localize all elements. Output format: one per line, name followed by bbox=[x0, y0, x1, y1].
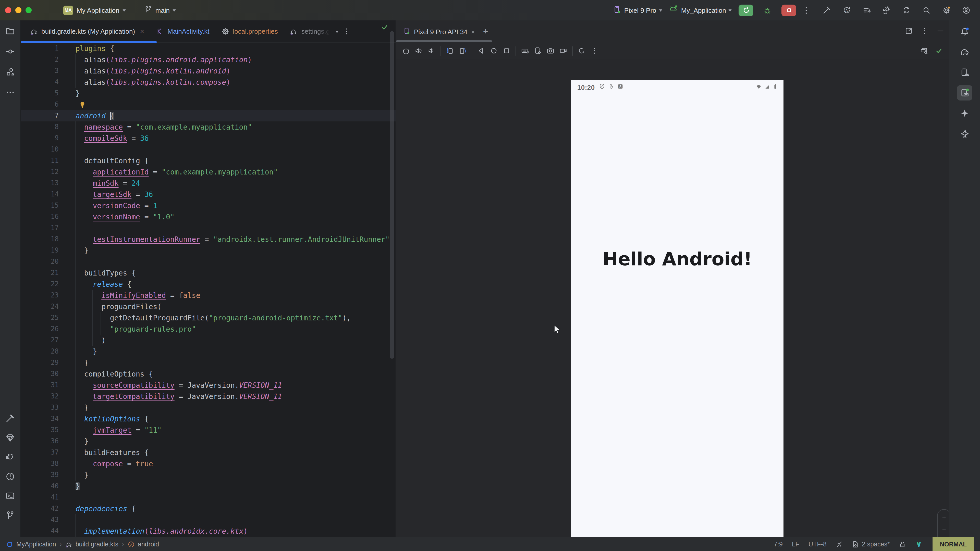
power-icon[interactable] bbox=[400, 44, 412, 57]
search-everywhere-icon[interactable] bbox=[916, 3, 936, 18]
no-problems-icon[interactable] bbox=[932, 44, 945, 57]
app-quality-insights-icon[interactable] bbox=[3, 430, 18, 445]
editor-tab-2[interactable]: MainActivity.kt bbox=[150, 21, 215, 42]
code-line-3[interactable]: 3 alias(libs.plugins.kotlin.android) bbox=[21, 65, 396, 76]
structure-tool-icon[interactable] bbox=[3, 64, 18, 79]
code-line-31[interactable]: 31 sourceCompatibility = JavaVersion.VER… bbox=[21, 380, 396, 391]
intention-bulb-icon[interactable] bbox=[79, 100, 86, 108]
code-line-43[interactable]: 43 bbox=[21, 514, 396, 526]
notifications-icon[interactable] bbox=[957, 24, 972, 39]
device-tab[interactable]: Pixel 9 Pro API 34 × bbox=[396, 21, 480, 43]
stop-button[interactable] bbox=[781, 4, 796, 16]
code-line-37[interactable]: 37 buildFeatures { bbox=[21, 447, 396, 458]
build-hammer-icon[interactable] bbox=[817, 3, 837, 18]
run-button[interactable] bbox=[738, 4, 753, 16]
run-tasks-icon[interactable] bbox=[856, 3, 877, 18]
breadcrumb-module[interactable]: MyApplication bbox=[6, 540, 56, 548]
editor-tab-4[interactable]: settings.g bbox=[284, 21, 336, 42]
code-line-36[interactable]: 36 } bbox=[21, 436, 396, 447]
breadcrumb-block[interactable]: λandroid bbox=[127, 540, 159, 548]
run-configuration[interactable]: My_Application ▾ bbox=[669, 5, 732, 16]
code-line-34[interactable]: 34 kotlinOptions { bbox=[21, 413, 396, 424]
code-line-7[interactable]: 7android { bbox=[21, 110, 396, 121]
code-line-18[interactable]: 18 testInstrumentationRunner = "androidx… bbox=[21, 233, 396, 245]
more-run-options[interactable] bbox=[800, 3, 811, 18]
settings-icon[interactable] bbox=[936, 3, 956, 18]
file-writable-icon[interactable] bbox=[899, 540, 906, 548]
code-line-9[interactable]: 9 compileSdk = 36 bbox=[21, 133, 396, 144]
panel-options-icon[interactable] bbox=[921, 27, 928, 37]
project-tool-icon[interactable] bbox=[3, 24, 18, 39]
reset-icon[interactable] bbox=[575, 44, 588, 57]
editor-tab-1[interactable]: build.gradle.kts (My Application)× bbox=[24, 21, 150, 42]
code-line-39[interactable]: 39 } bbox=[21, 469, 396, 481]
code-line-38[interactable]: 38 compose = true bbox=[21, 458, 396, 469]
branch-widget[interactable]: main ▾ bbox=[145, 5, 175, 15]
gradle-tool-icon[interactable] bbox=[957, 44, 972, 60]
version-control-icon[interactable] bbox=[3, 508, 18, 523]
close-icon[interactable]: × bbox=[140, 27, 144, 35]
screenshot-icon[interactable] bbox=[544, 44, 557, 57]
device-settings-icon[interactable] bbox=[531, 44, 544, 57]
editor-tab-3[interactable]: local.properties bbox=[215, 21, 284, 42]
apply-changes-icon[interactable]: A bbox=[837, 3, 856, 18]
code-line-16[interactable]: 16 versionName = "1.0" bbox=[21, 211, 396, 222]
maximize-window-button[interactable] bbox=[25, 7, 32, 13]
editor-scrollbar[interactable] bbox=[390, 31, 394, 359]
attach-debugger-icon[interactable] bbox=[877, 3, 896, 18]
hide-panel-icon[interactable] bbox=[937, 27, 944, 37]
tab-scrollbar[interactable] bbox=[396, 40, 492, 42]
rotate-right-icon[interactable] bbox=[456, 44, 469, 57]
code-line-25[interactable]: 25 getDefaultProguardFile("proguard-andr… bbox=[21, 312, 396, 324]
device-selector[interactable]: Pixel 9 Pro ▾ bbox=[612, 5, 662, 16]
open-in-window-icon[interactable] bbox=[905, 27, 913, 37]
line-separator[interactable]: LF bbox=[792, 540, 799, 548]
code-line-20[interactable]: 20 bbox=[21, 256, 396, 267]
problems-icon[interactable] bbox=[3, 469, 18, 484]
nav-home-icon[interactable] bbox=[487, 44, 500, 57]
code-line-29[interactable]: 29 } bbox=[21, 357, 396, 368]
code-line-15[interactable]: 15 versionCode = 1 bbox=[21, 200, 396, 211]
code-line-41[interactable]: 41 bbox=[21, 492, 396, 503]
zoom-in-button[interactable]: + bbox=[942, 514, 946, 521]
minimize-window-button[interactable] bbox=[15, 7, 21, 13]
code-line-1[interactable]: 1plugins { bbox=[21, 43, 396, 54]
code-line-23[interactable]: 23 isMinifyEnabled = false bbox=[21, 290, 396, 301]
inspections-ok-icon[interactable] bbox=[381, 24, 388, 33]
running-devices-icon[interactable] bbox=[957, 85, 972, 100]
close-window-button[interactable] bbox=[5, 7, 11, 13]
build-tool-icon[interactable] bbox=[3, 411, 18, 426]
more-tool-windows-icon[interactable] bbox=[3, 85, 18, 100]
code-line-28[interactable]: 28 } bbox=[21, 346, 396, 357]
sync-project-icon[interactable] bbox=[896, 3, 916, 18]
gemini-icon[interactable] bbox=[957, 106, 972, 121]
toolbar-more-icon[interactable] bbox=[588, 44, 601, 57]
code-line-17[interactable]: 17 bbox=[21, 222, 396, 233]
code-line-30[interactable]: 30 compileOptions { bbox=[21, 368, 396, 380]
nav-overview-icon[interactable] bbox=[500, 44, 513, 57]
code-line-32[interactable]: 32 targetCompatibility = JavaVersion.VER… bbox=[21, 391, 396, 402]
keyboard-icon[interactable] bbox=[519, 44, 531, 57]
profile-icon[interactable] bbox=[956, 3, 976, 18]
zoom-out-button[interactable]: − bbox=[942, 526, 946, 533]
code-line-19[interactable]: 19 } bbox=[21, 245, 396, 256]
ui-check-icon[interactable] bbox=[918, 44, 931, 57]
code-line-21[interactable]: 21 buildTypes { bbox=[21, 267, 396, 279]
code-line-11[interactable]: 11 defaultConfig { bbox=[21, 155, 396, 166]
code-line-10[interactable]: 10 bbox=[21, 144, 396, 155]
project-widget[interactable]: MA My Application ▾ bbox=[63, 5, 125, 15]
tab-list-chevron-icon[interactable]: ▾ bbox=[335, 29, 339, 34]
caret-position[interactable]: 7:9 bbox=[774, 540, 783, 548]
nav-back-icon[interactable] bbox=[475, 44, 487, 57]
code-editor[interactable]: 1plugins {2 alias(libs.plugins.android.a… bbox=[21, 43, 396, 537]
screen-record-icon[interactable] bbox=[557, 44, 570, 57]
code-line-27[interactable]: 27 ) bbox=[21, 335, 396, 346]
code-line-8[interactable]: 8 namespace = "com.example.myapplication… bbox=[21, 121, 396, 133]
code-line-13[interactable]: 13 minSdk = 24 bbox=[21, 178, 396, 189]
rotate-left-icon[interactable] bbox=[444, 44, 456, 57]
tab-more-icon[interactable] bbox=[342, 27, 350, 35]
code-line-22[interactable]: 22 release { bbox=[21, 279, 396, 290]
ideavim-icon[interactable] bbox=[915, 540, 923, 548]
code-line-6[interactable]: 6 bbox=[21, 99, 396, 110]
code-line-5[interactable]: 5} bbox=[21, 88, 396, 99]
